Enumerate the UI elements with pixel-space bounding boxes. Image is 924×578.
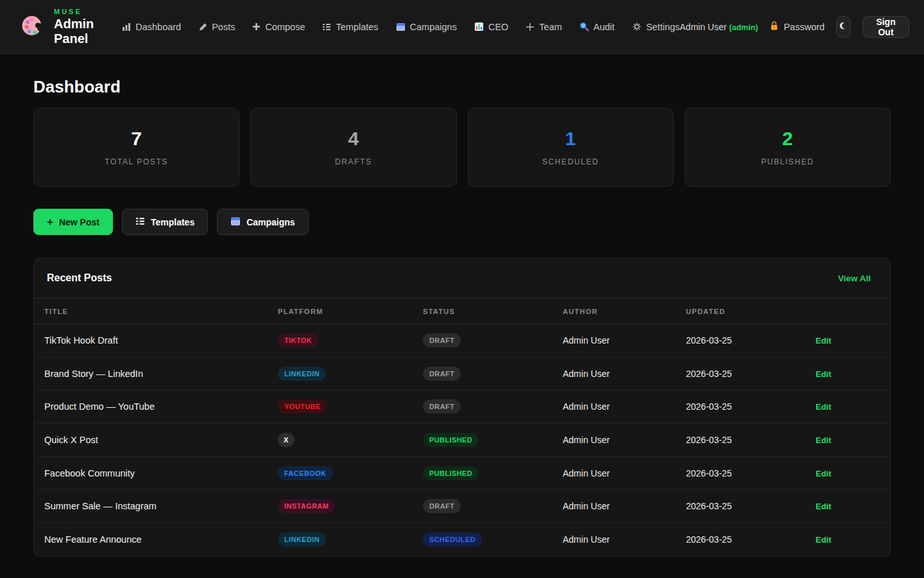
moon-icon	[839, 21, 848, 32]
nav-label: Posts	[212, 22, 235, 32]
status-badge: DRAFT	[423, 499, 461, 513]
stat-label: DRAFTS	[335, 157, 372, 166]
stat-value: 1	[565, 129, 576, 148]
theme-toggle-button[interactable]	[836, 16, 851, 38]
nav-item-dashboard[interactable]: Dashboard	[122, 22, 181, 32]
platform-badge: LINKEDIN	[278, 367, 326, 381]
calendar-icon	[230, 216, 241, 228]
nav-item-audit[interactable]: Audit	[579, 22, 615, 32]
post-author: Admin User	[563, 468, 686, 478]
column-header-platform: PLATFORM	[278, 308, 423, 315]
nav-item-ceo[interactable]: CEO	[474, 22, 508, 32]
magnifier-icon	[579, 22, 589, 31]
nav-label: Campaigns	[410, 22, 457, 32]
stat-value: 2	[782, 129, 793, 148]
stats-cards: 7 TOTAL POSTS 4 DRAFTS 1 SCHEDULED 2 PUB…	[33, 108, 891, 187]
status-badge: PUBLISHED	[423, 433, 479, 447]
new-post-label: New Post	[59, 217, 99, 227]
edit-link[interactable]: Edit	[816, 502, 832, 511]
list-icon	[135, 216, 145, 228]
new-post-button[interactable]: + New Post	[33, 209, 113, 235]
column-header-title: TITLE	[44, 308, 278, 315]
column-header-author: AUTHOR	[563, 308, 686, 315]
user-role-badge: (admin)	[729, 23, 758, 32]
list-icon	[322, 22, 331, 31]
panel-title: Recent Posts	[47, 272, 112, 284]
nav-item-compose[interactable]: Compose	[252, 22, 305, 32]
password-link[interactable]: Password	[769, 21, 825, 33]
pencil-icon	[198, 22, 207, 31]
header-right-cluster: Admin User (admin) Password Sign Out	[680, 16, 909, 38]
status-badge: DRAFT	[423, 367, 461, 381]
view-all-link[interactable]: View All	[838, 274, 871, 283]
stat-value: 7	[131, 129, 142, 148]
page-title: Dashboard	[33, 77, 891, 97]
post-updated: 2026-03-25	[686, 335, 816, 346]
edit-link[interactable]: Edit	[816, 402, 832, 412]
platform-badge: TIKTOK	[278, 333, 318, 347]
panel-header: Recent Posts View All	[34, 258, 890, 298]
post-updated: 2026-03-25	[686, 369, 816, 379]
recent-posts-panel: Recent Posts View All TITLE PLATFORM STA…	[33, 258, 891, 557]
post-author: Admin User	[563, 335, 686, 346]
nav-label: Audit	[594, 22, 615, 32]
nav-item-campaigns[interactable]: Campaigns	[396, 22, 457, 32]
palette-icon	[21, 14, 44, 40]
plus-icon	[252, 22, 261, 31]
post-title: Facebook Community	[44, 468, 278, 478]
user-chip: Admin User (admin)	[680, 22, 758, 32]
post-title: Quick X Post	[44, 435, 278, 445]
nav-label: Settings	[646, 22, 680, 32]
edit-link[interactable]: Edit	[816, 336, 832, 346]
brand-logo[interactable]: MUSE Admin Panel	[21, 8, 94, 46]
stat-label: PUBLISHED	[761, 157, 814, 166]
nav-label: Templates	[336, 22, 378, 32]
table-row: New Feature Announce LINKEDIN SCHEDULED …	[34, 523, 890, 557]
post-author: Admin User	[563, 435, 686, 445]
campaigns-button[interactable]: Campaigns	[217, 209, 308, 235]
stat-label: SCHEDULED	[542, 157, 599, 166]
campaigns-label: Campaigns	[246, 217, 295, 227]
post-updated: 2026-03-25	[686, 435, 816, 445]
nav-item-posts[interactable]: Posts	[198, 22, 235, 32]
stat-card-total-posts: 7 TOTAL POSTS	[33, 108, 239, 187]
post-author: Admin User	[563, 501, 686, 511]
status-badge: PUBLISHED	[423, 466, 479, 480]
stat-label: TOTAL POSTS	[105, 157, 168, 166]
post-updated: 2026-03-25	[686, 534, 816, 545]
post-author: Admin User	[563, 369, 686, 379]
sign-out-button[interactable]: Sign Out	[862, 16, 910, 38]
edit-link[interactable]: Edit	[816, 369, 832, 379]
nav-label: Dashboard	[135, 22, 181, 32]
post-title: TikTok Hook Draft	[44, 335, 278, 346]
stat-card-scheduled: 1 SCHEDULED	[468, 108, 674, 187]
nav-label: CEO	[488, 22, 508, 32]
lock-icon	[769, 21, 779, 33]
gear-icon	[632, 22, 642, 31]
table-row: Product Demo — YouTube YOUTUBE DRAFT Adm…	[34, 390, 890, 424]
post-title: Summer Sale — Instagram	[44, 501, 278, 511]
post-updated: 2026-03-25	[686, 468, 816, 478]
nav-item-team[interactable]: Team	[526, 22, 561, 32]
nav-item-settings[interactable]: Settings	[632, 22, 680, 32]
status-badge: DRAFT	[423, 333, 461, 347]
edit-link[interactable]: Edit	[816, 469, 832, 478]
templates-button[interactable]: Templates	[122, 209, 208, 235]
bar-chart-icon	[122, 22, 131, 31]
platform-badge: INSTAGRAM	[278, 499, 335, 513]
table-row: Summer Sale — Instagram INSTAGRAM DRAFT …	[34, 490, 890, 523]
nav-item-templates[interactable]: Templates	[322, 22, 378, 32]
edit-link[interactable]: Edit	[816, 435, 832, 445]
post-updated: 2026-03-25	[686, 401, 816, 412]
top-navigation-bar: MUSE Admin Panel Dashboard Posts Compose	[0, 0, 924, 54]
edit-link[interactable]: Edit	[816, 535, 832, 545]
table-row: Quick X Post X PUBLISHED Admin User 2026…	[34, 424, 890, 457]
stat-value: 4	[348, 129, 359, 148]
main-nav: Dashboard Posts Compose Templates Campai…	[122, 22, 680, 32]
post-author: Admin User	[563, 534, 686, 545]
main-content: Dashboard 7 TOTAL POSTS 4 DRAFTS 1 SCHED…	[0, 77, 924, 557]
stat-card-drafts: 4 DRAFTS	[250, 108, 456, 187]
column-header-updated: UPDATED	[686, 308, 816, 315]
platform-badge: FACEBOOK	[278, 466, 333, 480]
post-author: Admin User	[563, 401, 686, 412]
